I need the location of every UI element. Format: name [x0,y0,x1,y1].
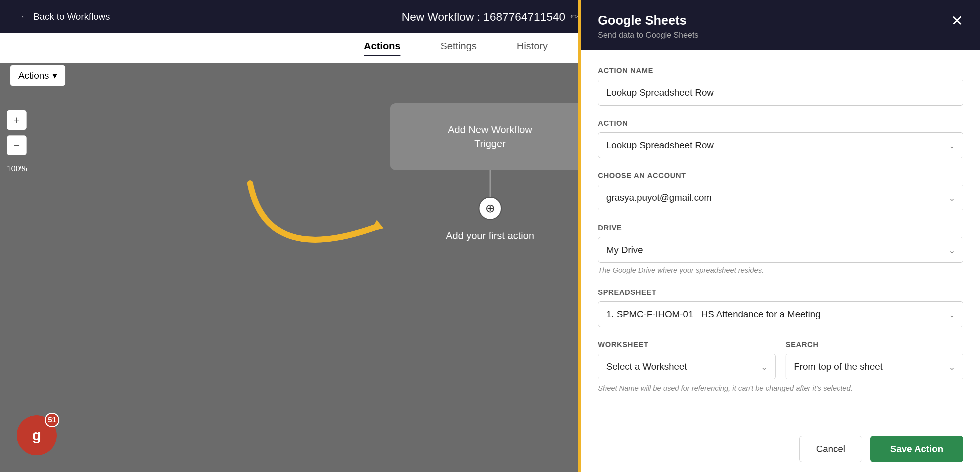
minus-icon: − [14,139,20,152]
spreadsheet-select-wrapper: 1. SPMC-F-IHOM-01 _HS Attendance for a M… [598,301,963,327]
action-select-wrapper: Lookup Spreadsheet Row [598,132,963,158]
drive-select-wrapper: My Drive [598,237,963,263]
zoom-label: 100% [7,164,40,173]
panel-body: ACTION NAME ACTION Lookup Spreadsheet Ro… [581,50,980,426]
actions-label: Actions [18,70,49,81]
drive-hint: The Google Drive where your spreadsheet … [598,266,963,275]
tab-history[interactable]: History [517,40,548,56]
worksheet-hint: Sheet Name will be used for referencing,… [598,384,963,393]
back-arrow-icon: ← [20,11,29,22]
account-select[interactable]: grasya.puyot@gmail.com [598,185,963,210]
worksheet-col: WORKSHEET Select a Worksheet [598,340,776,379]
search-select-wrapper: From top of the sheet [786,354,963,379]
back-button[interactable]: ← Back to Workflows [20,11,110,22]
worksheet-search-row: WORKSHEET Select a Worksheet SEARCH From… [598,340,963,379]
close-panel-button[interactable]: ✕ [951,13,963,28]
search-col: SEARCH From top of the sheet [786,340,963,379]
edit-icon[interactable]: ✏ [571,11,578,22]
action-name-field-group: ACTION NAME [598,66,963,106]
panel-title: Google Sheets [598,13,698,28]
zoom-in-button[interactable]: + [7,110,27,130]
avatar-letter: g [32,427,41,444]
spreadsheet-label: SPREADSHEET [598,288,963,297]
account-select-wrapper: grasya.puyot@gmail.com [598,185,963,210]
arrow-annotation [234,167,400,283]
plus-icon: + [14,114,20,126]
action-name-label: ACTION NAME [598,66,963,75]
action-label: ACTION [598,119,963,128]
action-field-group: ACTION Lookup Spreadsheet Row [598,119,963,158]
account-label: CHOOSE AN ACCOUNT [598,171,963,180]
actions-dropdown-button[interactable]: Actions ▾ [10,65,65,86]
search-label: SEARCH [786,340,963,349]
drive-label: DRIVE [598,224,963,232]
plus-circle-icon: ⊕ [485,201,495,215]
right-panel: Google Sheets Send data to Google Sheets… [580,0,980,472]
spreadsheet-select[interactable]: 1. SPMC-F-IHOM-01 _HS Attendance for a M… [598,301,963,327]
panel-footer: Cancel Save Action [581,426,980,472]
cancel-button[interactable]: Cancel [799,436,862,462]
panel-subtitle: Send data to Google Sheets [598,30,698,40]
back-label: Back to Workflows [33,11,110,22]
spreadsheet-field-group: SPREADSHEET 1. SPMC-F-IHOM-01 _HS Attend… [598,288,963,327]
trigger-box[interactable]: Add New Workflow Trigger [390,103,590,170]
avatar-badge: 51 [45,413,59,428]
account-field-group: CHOOSE AN ACCOUNT grasya.puyot@gmail.com [598,171,963,210]
worksheet-select-wrapper: Select a Worksheet [598,354,776,379]
action-name-input[interactable] [598,79,963,106]
worksheet-search-field-group: WORKSHEET Select a Worksheet SEARCH From… [598,340,963,393]
add-action-circle-button[interactable]: ⊕ [479,197,502,220]
panel-header: Google Sheets Send data to Google Sheets… [581,0,980,50]
action-select[interactable]: Lookup Spreadsheet Row [598,132,963,158]
connector-line [490,170,491,197]
drive-field-group: DRIVE My Drive The Google Drive where yo… [598,224,963,275]
save-action-button[interactable]: Save Action [870,436,963,462]
worksheet-select[interactable]: Select a Worksheet [598,354,776,379]
chevron-down-icon: ▾ [52,70,57,81]
zoom-out-button[interactable]: − [7,135,27,155]
drive-select[interactable]: My Drive [598,237,963,263]
search-select[interactable]: From top of the sheet [786,354,963,379]
tab-actions[interactable]: Actions [364,40,401,56]
first-action-label: Add your first action [446,230,534,242]
avatar-button[interactable]: g 51 [17,415,57,455]
workflow-title: New Workflow : 1687764711540 ✏ [402,10,579,23]
worksheet-label: WORKSHEET [598,340,776,349]
zoom-controls: + − 100% [0,100,47,183]
tab-settings[interactable]: Settings [441,40,477,56]
